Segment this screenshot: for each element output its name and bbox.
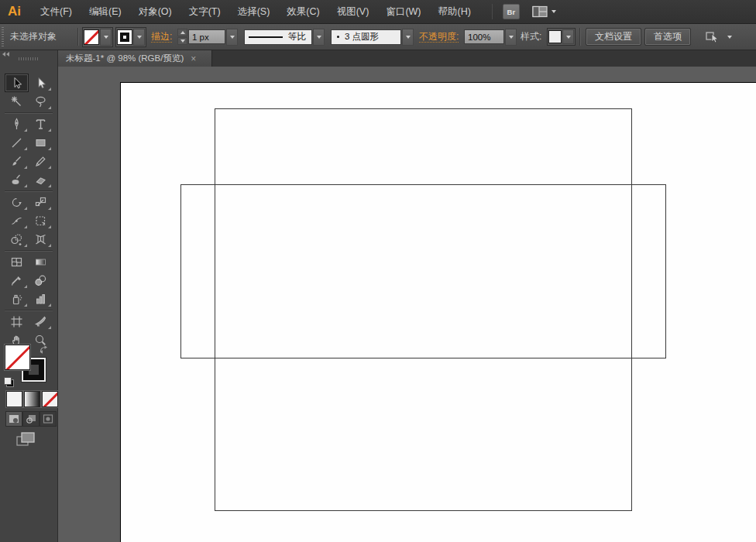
tool-pen[interactable] [5, 115, 29, 133]
controlbar-separator [579, 28, 581, 46]
tool-magic-wand[interactable] [5, 92, 29, 111]
draw-inside-button[interactable] [40, 411, 57, 427]
stroke-color-well[interactable] [115, 27, 146, 47]
fill-none-icon [84, 29, 99, 45]
style-well[interactable] [547, 28, 576, 46]
brush-dropdown-button[interactable] [402, 29, 414, 46]
draw-behind-button[interactable] [22, 411, 40, 427]
width-profile-select[interactable]: 等比 [244, 29, 312, 45]
style-dropdown-button[interactable] [562, 29, 574, 44]
draw-behind-icon [26, 414, 36, 424]
style-swatch [548, 30, 562, 43]
fill-indicator[interactable] [5, 345, 30, 370]
chevron-down-icon [230, 36, 235, 39]
opacity-panel-link[interactable]: 不透明度: [419, 32, 459, 43]
stepper-up-button[interactable] [177, 29, 187, 36]
menu-object[interactable]: 对象(O) [130, 0, 180, 24]
menu-select[interactable]: 选择(S) [229, 0, 279, 24]
tab-close-button[interactable]: × [191, 55, 196, 63]
tool-perspective-grid[interactable] [29, 230, 53, 249]
tools-panel-grip[interactable] [19, 57, 39, 60]
tool-rotate[interactable] [5, 193, 29, 211]
screen-mode-button[interactable] [15, 431, 36, 450]
select-similar-dropdown-icon[interactable] [727, 36, 732, 39]
artwork-rectangle-wide[interactable] [180, 184, 666, 358]
tool-scale[interactable] [29, 193, 53, 211]
tool-blend[interactable] [29, 271, 53, 290]
brush-preview-dot-icon [337, 36, 339, 38]
draw-inside-icon [43, 414, 53, 424]
menu-help[interactable]: 帮助(H) [430, 0, 479, 24]
workspace-switcher[interactable] [532, 5, 556, 18]
tool-selection[interactable] [5, 74, 29, 92]
fill-color-well[interactable] [82, 27, 113, 47]
tool-column-graph[interactable] [29, 290, 53, 308]
tool-gradient[interactable] [29, 252, 53, 271]
triangle-down-icon [180, 39, 185, 43]
gradient-button[interactable] [24, 391, 40, 407]
menu-file[interactable]: 文件(F) [32, 0, 81, 24]
stroke-profile-line-icon [249, 36, 283, 38]
color-button[interactable] [6, 391, 22, 407]
tool-lasso[interactable] [29, 92, 53, 111]
preferences-button[interactable]: 首选项 [645, 29, 690, 45]
tool-slice[interactable] [29, 312, 53, 331]
stroke-width-input[interactable]: 1 px [188, 29, 225, 44]
scale-icon [34, 196, 47, 209]
default-fill-stroke-button[interactable] [4, 377, 14, 387]
controlbar-grip[interactable] [2, 27, 4, 46]
brush-definition-select[interactable]: 3 点圆形 [331, 29, 401, 45]
menu-view[interactable]: 视图(V) [328, 0, 378, 24]
tool-eraser[interactable] [29, 170, 53, 189]
collapse-panel-button[interactable] [2, 52, 9, 57]
tool-direct-selection[interactable] [29, 74, 53, 92]
tool-paintbrush[interactable] [5, 152, 29, 170]
tool-pencil[interactable] [29, 152, 53, 170]
screen-mode-icon [15, 431, 36, 447]
none-button[interactable] [42, 391, 58, 407]
column-graph-icon [34, 293, 47, 306]
tool-shape-builder[interactable] [5, 230, 29, 249]
canvas-area [58, 67, 756, 542]
style-label: 样式: [521, 30, 541, 43]
fill-dropdown-button[interactable] [100, 29, 112, 46]
tool-width[interactable] [5, 211, 29, 230]
width-profile-dropdown-button[interactable] [313, 29, 325, 46]
menu-bar: Ai 文件(F) 编辑(E) 对象(O) 文字(T) 选择(S) 效果(C) 视… [0, 0, 756, 24]
chevron-down-icon [552, 10, 556, 13]
tool-line-segment[interactable] [5, 133, 29, 152]
stroke-width-stepper[interactable] [177, 29, 187, 45]
controlbar-separator [77, 28, 79, 46]
symbol-sprayer-icon [10, 293, 23, 306]
pen-icon [10, 118, 23, 131]
tool-eyedropper[interactable] [5, 271, 29, 290]
tool-artboard[interactable] [5, 312, 29, 331]
menu-effect[interactable]: 效果(C) [278, 0, 328, 24]
tool-free-transform[interactable] [29, 211, 53, 230]
opacity-dropdown-button[interactable] [505, 29, 517, 46]
draw-normal-button[interactable] [5, 411, 22, 427]
tool-mesh[interactable] [5, 252, 29, 271]
swap-fill-stroke-button[interactable] [38, 344, 50, 358]
illustrator-window: Ai 文件(F) 编辑(E) 对象(O) 文字(T) 选择(S) 效果(C) 视… [0, 0, 756, 542]
stepper-down-button[interactable] [177, 37, 187, 45]
menu-type[interactable]: 文字(T) [180, 0, 229, 24]
tool-rectangle[interactable] [29, 133, 53, 152]
opacity-input[interactable]: 100% [464, 29, 504, 44]
menu-edit[interactable]: 编辑(E) [81, 0, 130, 24]
tool-symbol-sprayer[interactable] [5, 290, 29, 308]
tool-type[interactable] [29, 115, 53, 133]
triangle-up-icon [180, 31, 185, 34]
stroke-panel-link[interactable]: 描边: [151, 32, 172, 43]
select-similar-icon[interactable] [705, 30, 722, 44]
tool-blob-brush[interactable] [5, 170, 29, 189]
menu-window[interactable]: 窗口(W) [377, 0, 429, 24]
selection-status: 未选择对象 [10, 30, 57, 43]
bridge-button[interactable]: Br [503, 4, 520, 19]
stroke-dropdown-button[interactable] [133, 29, 145, 46]
document-setup-button[interactable]: 文档设置 [586, 29, 641, 45]
stroke-width-dropdown-button[interactable] [226, 29, 238, 46]
control-bar: 未选择对象 描边: 1 px [0, 24, 756, 50]
document-tab[interactable]: 未标题-1* @ 98% (RGB/预览) × [58, 50, 212, 67]
chevron-down-icon [509, 36, 514, 39]
